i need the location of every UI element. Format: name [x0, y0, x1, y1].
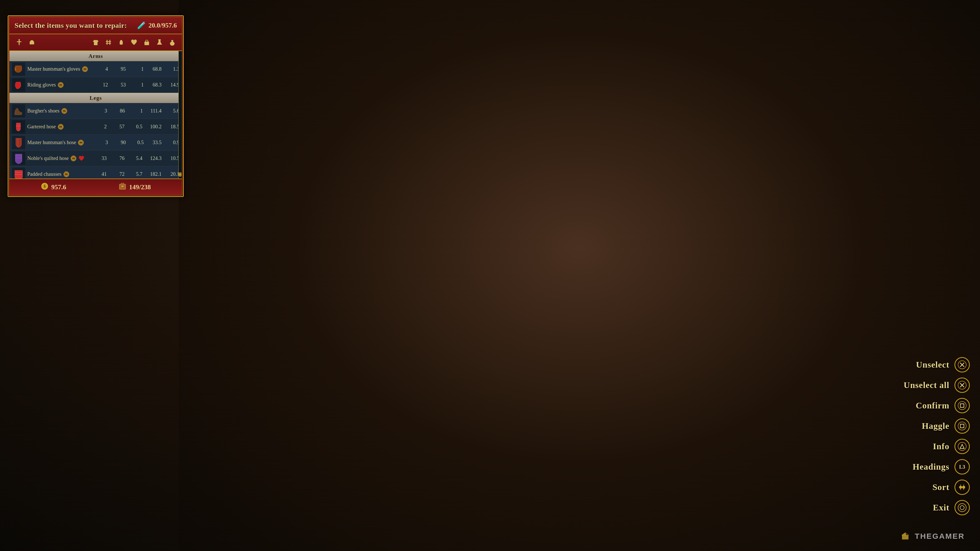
filter-hash-icon[interactable] — [103, 37, 114, 48]
svg-rect-2 — [30, 44, 34, 44]
list-item[interactable]: Master huntsman's hose m 3 90 0.5 33.5 0… — [10, 135, 182, 151]
sort-action[interactable]: Sort — [932, 480, 970, 495]
svg-rect-5 — [106, 41, 111, 42]
svg-rect-1 — [17, 41, 21, 42]
unselect-button[interactable] — [955, 357, 970, 372]
stat-3: 0.5 — [132, 124, 142, 130]
stat-2: 53 — [116, 82, 126, 88]
panel-header: Select the items you want to repair: 🧪 2… — [10, 17, 182, 34]
item-stats: 4 95 1 68.8 1.3 — [98, 66, 180, 72]
stat-3: 1 — [132, 108, 143, 114]
item-icon-padded-chausses-1 — [12, 168, 25, 179]
unselect-all-label: Unselect all — [904, 380, 950, 390]
info-action[interactable]: Info — [933, 439, 970, 454]
stat-4: 68.8 — [151, 66, 162, 72]
filter-helm-icon[interactable] — [26, 37, 38, 48]
sort-button[interactable] — [955, 480, 970, 495]
items-container: Arms Master huntsman's gloves m — [10, 51, 182, 179]
unselect-label: Unselect — [916, 360, 950, 370]
unselect-all-button[interactable] — [955, 378, 970, 393]
watermark-text: THEGAMER — [915, 532, 965, 540]
stat-5: 14.9 — [169, 82, 180, 88]
list-item[interactable]: Burgher's shoes m 3 86 1 111.4 5.6 — [10, 103, 182, 119]
item-icon-gartered-hose — [12, 120, 25, 133]
filter-body-icon[interactable] — [90, 37, 101, 48]
currency-icon: 🧪 — [137, 21, 146, 30]
item-icon-burghers-shoes — [12, 104, 25, 118]
filter-strength-icon[interactable] — [116, 37, 127, 48]
svg-marker-25 — [960, 445, 964, 448]
filter-all-icon[interactable] — [14, 37, 25, 48]
svg-point-20 — [958, 402, 966, 410]
svg-rect-3 — [107, 40, 107, 45]
watermark: THEGAMER — [900, 531, 965, 541]
filter-heart-icon[interactable] — [128, 37, 140, 48]
confirm-button[interactable] — [955, 398, 970, 413]
section-header-arms: Arms — [10, 51, 182, 61]
heart-marker-icon — [78, 156, 84, 162]
item-stats: 33 76 5.4 124.3 10.5 — [97, 156, 180, 161]
currency-value: 20.0/957.6 — [148, 22, 177, 29]
stat-1: 3 — [97, 108, 107, 114]
list-item[interactable]: Master huntsman's gloves m 4 95 1 68.8 1… — [10, 61, 182, 77]
scroll-track[interactable] — [178, 51, 182, 179]
stat-1: 4 — [98, 66, 108, 72]
panel-title: Select the items you want to repair: — [14, 21, 127, 30]
exit-action[interactable]: Exit — [933, 500, 970, 515]
stat-4: 68.3 — [151, 82, 162, 88]
headings-label: Headings — [913, 462, 950, 472]
filter-potion-icon[interactable] — [167, 37, 178, 48]
npc-background — [179, 0, 980, 551]
stat-2: 86 — [115, 108, 125, 114]
svg-rect-23 — [960, 424, 964, 428]
item-name: Noble's quilted hose — [27, 156, 68, 161]
stat-4: 182.1 — [150, 171, 162, 177]
section-header-legs: Legs — [10, 93, 182, 103]
item-icon-master-gloves — [12, 62, 25, 76]
item-icon-riding-gloves — [12, 78, 25, 92]
scroll-thumb[interactable] — [179, 172, 181, 176]
filter-bag-icon[interactable] — [141, 37, 152, 48]
headings-button[interactable]: L3 — [955, 459, 970, 475]
item-name: Gartered hose — [27, 124, 56, 130]
exit-label: Exit — [933, 503, 950, 513]
inventory-icon — [118, 182, 127, 192]
item-name-area: Noble's quilted hose m — [27, 156, 97, 162]
exit-button[interactable] — [955, 500, 970, 515]
list-item[interactable]: Riding gloves m 12 53 1 68.3 14.9 — [10, 77, 182, 93]
list-item[interactable]: Padded chausses m 41 72 5.7 182.1 20.1 — [10, 166, 182, 179]
list-item[interactable]: Gartered hose m 2 57 0.5 100.2 18.5 — [10, 119, 182, 135]
unselect-action[interactable]: Unselect — [916, 357, 970, 372]
svg-rect-17 — [121, 186, 124, 187]
stat-3: 5.4 — [132, 156, 142, 161]
svg-rect-7 — [120, 41, 123, 44]
svg-point-29 — [960, 506, 964, 510]
header-currency: 🧪 20.0/957.6 — [137, 21, 177, 30]
list-item[interactable]: Noble's quilted hose m 33 76 5.4 — [10, 151, 182, 166]
item-name-area: Padded chausses m — [27, 171, 97, 177]
stat-3: 0.5 — [134, 140, 144, 145]
items-scroll[interactable]: Arms Master huntsman's gloves m — [10, 51, 182, 179]
svg-rect-30 — [902, 535, 908, 539]
haggle-button[interactable] — [955, 418, 970, 433]
filter-flask-icon[interactable] — [154, 37, 165, 48]
stat-5: 1.3 — [169, 66, 180, 72]
stat-4: 111.4 — [150, 108, 162, 114]
sort-label: Sort — [932, 483, 950, 492]
svg-point-22 — [958, 422, 966, 430]
filter-bar — [10, 34, 182, 51]
haggle-action[interactable]: Haggle — [922, 418, 970, 433]
confirm-action[interactable]: Confirm — [916, 398, 970, 413]
unselect-all-action[interactable]: Unselect all — [904, 378, 970, 393]
stat-2: 72 — [115, 171, 124, 177]
svg-rect-8 — [120, 40, 122, 41]
headings-action[interactable]: Headings L3 — [913, 459, 970, 475]
panel-frame: Select the items you want to repair: 🧪 2… — [8, 15, 184, 197]
item-stats: 3 86 1 111.4 5.6 — [97, 108, 180, 114]
item-icon-nobles-hose — [12, 152, 25, 165]
item-name-area: Riding gloves m — [27, 82, 98, 88]
item-stats: 3 90 0.5 33.5 0.9 — [98, 140, 180, 145]
stat-5: 5.6 — [169, 108, 180, 114]
stat-4: 124.3 — [150, 156, 162, 161]
info-button[interactable] — [955, 439, 970, 454]
